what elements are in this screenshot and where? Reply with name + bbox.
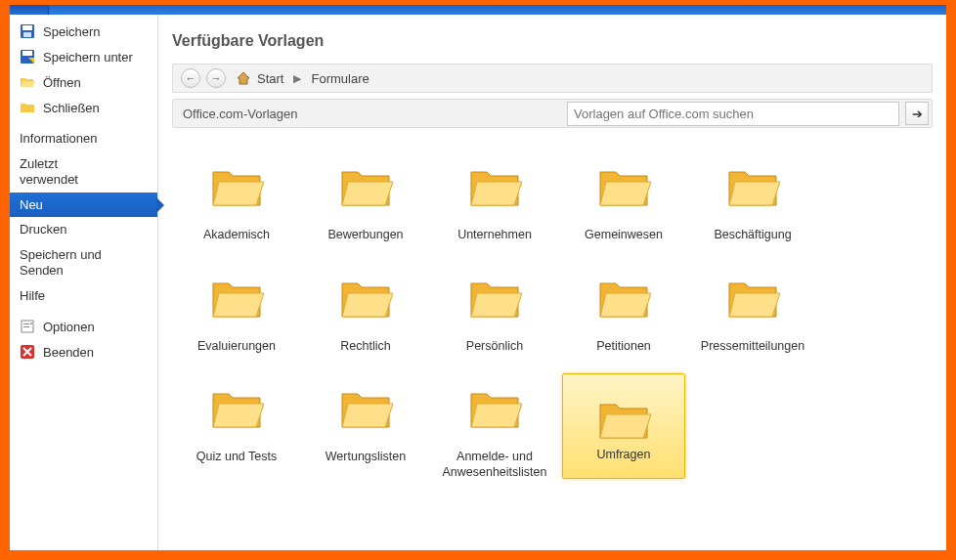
title-bar — [10, 5, 946, 15]
sidebar-item-label: Beenden — [43, 345, 94, 360]
folder-icon — [178, 151, 295, 222]
search-go-button[interactable]: ➔ — [905, 102, 929, 125]
sidebar-item-exit[interactable]: Beenden — [10, 339, 157, 365]
svg-rect-7 — [23, 326, 29, 327]
search-input[interactable] — [567, 102, 899, 126]
breadcrumb-root[interactable]: Start — [257, 71, 283, 86]
template-item[interactable]: Rechtlich — [301, 257, 430, 368]
svg-rect-6 — [23, 323, 29, 324]
folder-icon: Umfragen — [562, 373, 685, 479]
template-item[interactable]: Gemeinwesen — [559, 146, 688, 257]
sidebar-item-open[interactable]: Öffnen — [10, 69, 157, 95]
sidebar-item-label: Speichern und Senden — [20, 247, 102, 278]
chevron-right-icon: ▶ — [289, 72, 305, 85]
svg-rect-4 — [22, 51, 32, 56]
template-label: Persönlich — [432, 339, 557, 355]
ribbon-tab-file[interactable] — [10, 5, 49, 15]
sidebar-item-label: Zuletzt verwendet — [20, 156, 78, 187]
app-window: Speichern Speichern unter Öffnen Schließ… — [10, 5, 946, 550]
template-label: Bewerbungen — [303, 228, 428, 243]
sidebar-item-label: Optionen — [43, 320, 95, 334]
folder-icon — [307, 263, 424, 333]
sidebar-item-label: Neu — [20, 197, 43, 212]
folder-icon — [178, 263, 295, 333]
template-item[interactable]: Evaluierungen — [172, 257, 301, 368]
template-item[interactable]: Quiz und Tests — [172, 367, 301, 495]
backstage-sidebar: Speichern Speichern unter Öffnen Schließ… — [10, 15, 158, 550]
template-item[interactable]: Petitionen — [559, 257, 688, 368]
folder-icon — [565, 151, 682, 222]
sidebar-item-new[interactable]: Neu — [10, 193, 157, 217]
template-item[interactable]: Pressemitteilungen — [688, 257, 817, 368]
folder-icon — [565, 263, 682, 333]
home-icon[interactable] — [236, 70, 251, 86]
sidebar-item-label: Speichern unter — [43, 50, 133, 65]
svg-point-8 — [30, 323, 32, 324]
folder-icon — [694, 263, 811, 333]
template-label: Rechtlich — [303, 339, 428, 355]
sidebar-item-info[interactable]: Informationen — [10, 126, 157, 151]
sidebar-item-print[interactable]: Drucken — [10, 217, 157, 241]
template-label: Umfragen — [597, 448, 651, 463]
template-label: Gemeinwesen — [561, 228, 686, 243]
sidebar-item-recent[interactable]: Zuletzt verwendet — [10, 151, 157, 193]
template-item[interactable]: Beschäftigung — [688, 146, 817, 257]
main-panel: Verfügbare Vorlagen ← → Start ▶ Formular… — [158, 15, 946, 550]
template-label: Quiz und Tests — [174, 450, 299, 465]
sidebar-item-close[interactable]: Schließen — [10, 95, 157, 120]
template-item[interactable]: Persönlich — [430, 257, 559, 368]
template-label: Evaluierungen — [174, 339, 299, 355]
template-item[interactable]: Unternehmen — [430, 146, 559, 257]
template-item[interactable]: Akademisch — [172, 146, 301, 257]
sidebar-item-save[interactable]: Speichern — [10, 19, 157, 44]
template-label: Beschäftigung — [690, 228, 815, 243]
saveas-icon — [20, 49, 35, 65]
folder-open-icon — [20, 74, 35, 90]
folder-icon — [307, 373, 424, 444]
template-item[interactable]: Wertungslisten — [301, 367, 430, 495]
template-item[interactable]: Umfragen — [559, 367, 688, 495]
svg-rect-2 — [23, 32, 31, 37]
template-label: Akademisch — [174, 228, 299, 243]
folder-icon — [20, 100, 35, 115]
sidebar-item-save-send[interactable]: Speichern und Senden — [10, 241, 157, 283]
template-label: Wertungslisten — [303, 450, 428, 465]
sidebar-item-label: Informationen — [20, 131, 98, 146]
options-icon — [20, 319, 35, 334]
sidebar-item-label: Speichern — [43, 24, 101, 39]
template-item[interactable]: Bewerbungen — [301, 146, 430, 257]
folder-icon — [307, 151, 424, 222]
template-label: Anmelde- und Anwesenheitslisten — [432, 450, 557, 480]
folder-icon — [694, 151, 811, 222]
sidebar-item-label: Drucken — [20, 222, 66, 237]
template-label: Unternehmen — [432, 228, 557, 243]
template-item[interactable]: Anmelde- und Anwesenheitslisten — [430, 367, 559, 495]
folder-icon — [436, 263, 553, 333]
breadcrumb-bar: ← → Start ▶ Formulare — [172, 64, 933, 93]
save-icon — [20, 23, 35, 39]
office-search-bar: Office.com-Vorlagen ➔ — [172, 99, 933, 128]
template-label: Petitionen — [561, 339, 686, 355]
page-title: Verfügbare Vorlagen — [172, 32, 933, 50]
nav-back-button[interactable]: ← — [181, 68, 200, 88]
folder-icon — [436, 373, 553, 444]
sidebar-item-label: Schließen — [43, 101, 100, 115]
template-label: Pressemitteilungen — [690, 339, 815, 355]
template-grid: AkademischBewerbungenUnternehmenGemeinwe… — [172, 146, 933, 495]
sidebar-item-options[interactable]: Optionen — [10, 314, 157, 339]
sidebar-item-help[interactable]: Hilfe — [10, 283, 157, 308]
folder-icon — [178, 373, 295, 444]
nav-forward-button[interactable]: → — [206, 68, 226, 88]
sidebar-item-label: Hilfe — [20, 288, 45, 303]
breadcrumb-current[interactable]: Formulare — [311, 71, 369, 86]
svg-rect-1 — [22, 25, 32, 30]
sidebar-item-label: Öffnen — [43, 75, 81, 90]
exit-icon — [20, 344, 35, 360]
folder-icon — [436, 151, 553, 222]
search-label: Office.com-Vorlagen — [173, 102, 308, 126]
sidebar-item-saveas[interactable]: Speichern unter — [10, 44, 157, 69]
